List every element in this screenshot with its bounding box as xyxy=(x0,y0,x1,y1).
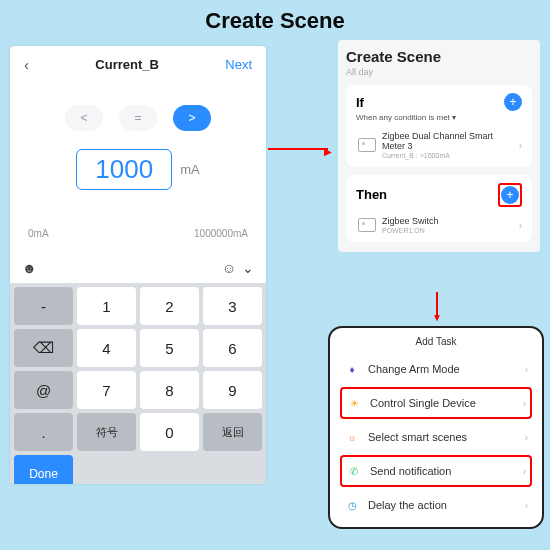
task-send-notification[interactable]: ✆ Send notification › xyxy=(340,455,532,487)
compare-gt[interactable]: > xyxy=(173,105,211,131)
chevron-right-icon: › xyxy=(525,364,528,375)
chevron-right-icon: › xyxy=(523,466,526,477)
task-arm-mode[interactable]: ♦ Change Arm Mode › xyxy=(330,353,542,385)
key-backspace[interactable]: ⌫ xyxy=(14,329,73,367)
value-unit: mA xyxy=(180,162,200,177)
left-panel: ‹ Current_B Next < = > 1000 mA 0mA 10000… xyxy=(10,46,266,484)
then-device-row[interactable]: Zigbee Switch POWER1:ON › xyxy=(356,217,522,234)
task-label: Change Arm Mode xyxy=(368,363,460,375)
scene-panel: Create Scene All day If + When any condi… xyxy=(338,40,540,252)
param-title: Current_B xyxy=(95,57,159,72)
if-device-detail: Current_B : >1000mA xyxy=(382,152,513,159)
task-label: Delay the action xyxy=(368,499,447,511)
then-label: Then xyxy=(356,187,387,202)
if-label: If xyxy=(356,95,364,110)
key-at[interactable]: @ xyxy=(14,371,73,409)
key-minus[interactable]: - xyxy=(14,287,73,325)
add-condition-button[interactable]: + xyxy=(504,93,522,111)
chevron-right-icon: › xyxy=(519,220,522,231)
task-control-device[interactable]: ☀ Control Single Device › xyxy=(340,387,532,419)
task-delay[interactable]: ◷ Delay the action › xyxy=(330,489,542,521)
key-0[interactable]: 0 xyxy=(140,413,199,451)
then-card: Then + Zigbee Switch POWER1:ON › xyxy=(346,175,532,242)
chevron-right-icon: › xyxy=(525,432,528,443)
value-input[interactable]: 1000 xyxy=(76,149,172,190)
scene-subtitle: All day xyxy=(346,67,532,77)
task-label: Send notification xyxy=(370,465,451,477)
chevron-right-icon: › xyxy=(523,398,526,409)
key-return[interactable]: 返回 xyxy=(203,413,262,451)
scene-title: Create Scene xyxy=(346,48,532,65)
if-subtitle: When any condition is met ▾ xyxy=(356,113,522,122)
add-task-panel: Add Task ♦ Change Arm Mode › ☀ Control S… xyxy=(328,326,544,529)
compare-row: < = > xyxy=(10,97,266,149)
compare-eq[interactable]: = xyxy=(119,105,157,131)
chevron-right-icon: › xyxy=(519,140,522,151)
key-9[interactable]: 9 xyxy=(203,371,262,409)
key-1[interactable]: 1 xyxy=(77,287,136,325)
if-card: If + When any condition is met ▾ Zigbee … xyxy=(346,85,532,167)
switch-icon xyxy=(358,218,376,232)
emoji-left-icon[interactable]: ☻ xyxy=(22,260,37,276)
meter-icon xyxy=(358,138,376,152)
sunrise-icon: ☼ xyxy=(344,429,360,445)
bulb-icon: ☀ xyxy=(346,395,362,411)
key-dot[interactable]: . xyxy=(14,413,73,451)
phone-icon: ✆ xyxy=(346,463,362,479)
key-5[interactable]: 5 xyxy=(140,329,199,367)
add-task-title: Add Task xyxy=(330,336,542,347)
then-device-detail: POWER1:ON xyxy=(382,227,513,234)
task-label: Control Single Device xyxy=(370,397,476,409)
if-device-name: Zigbee Dual Channel Smart Meter 3 xyxy=(382,132,513,152)
page-title: Create Scene xyxy=(0,0,550,38)
key-8[interactable]: 8 xyxy=(140,371,199,409)
emoji-right-icon[interactable]: ☺ xyxy=(222,260,236,276)
add-task-button[interactable]: + xyxy=(501,186,519,204)
key-done[interactable]: Done xyxy=(14,455,73,484)
range-min: 0mA xyxy=(28,228,49,239)
clock-icon: ◷ xyxy=(344,497,360,513)
task-smart-scenes[interactable]: ☼ Select smart scenes › xyxy=(330,421,542,453)
key-7[interactable]: 7 xyxy=(77,371,136,409)
shield-icon: ♦ xyxy=(344,361,360,377)
key-symbol[interactable]: 符号 xyxy=(77,413,136,451)
then-device-name: Zigbee Switch xyxy=(382,217,513,227)
next-button[interactable]: Next xyxy=(225,57,252,72)
compare-lt[interactable]: < xyxy=(65,105,103,131)
arrow-right-icon xyxy=(268,135,332,161)
key-2[interactable]: 2 xyxy=(140,287,199,325)
numeric-keyboard: - 1 2 3 ⌫ 4 5 6 @ 7 8 9 . 符号 0 返回 Done xyxy=(10,283,266,484)
chevron-right-icon: › xyxy=(525,500,528,511)
text-field[interactable] xyxy=(43,259,216,277)
if-device-row[interactable]: Zigbee Dual Channel Smart Meter 3 Curren… xyxy=(356,132,522,159)
key-4[interactable]: 4 xyxy=(77,329,136,367)
key-3[interactable]: 3 xyxy=(203,287,262,325)
range-max: 1000000mA xyxy=(194,228,248,239)
arrow-down-icon xyxy=(432,292,442,323)
collapse-icon[interactable]: ⌄ xyxy=(242,260,254,276)
task-label: Select smart scenes xyxy=(368,431,467,443)
back-icon[interactable]: ‹ xyxy=(24,56,29,73)
key-6[interactable]: 6 xyxy=(203,329,262,367)
